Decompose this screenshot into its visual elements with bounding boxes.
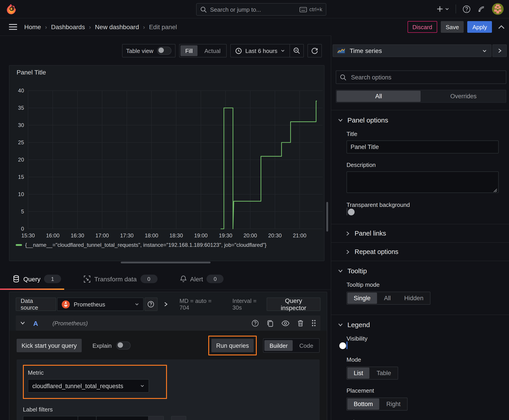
tab-transform-data[interactable]: Transform data 0 [77, 268, 164, 289]
tab-query[interactable]: Query 1 [0, 268, 67, 289]
svg-text:5: 5 [21, 209, 24, 215]
visibility-label: Visibility [347, 335, 509, 342]
toggle-viz-picker-button[interactable] [492, 45, 507, 57]
legend-visibility-toggle[interactable] [347, 341, 347, 349]
delete-query-icon[interactable] [297, 320, 304, 327]
tab-overrides[interactable]: Overrides [421, 91, 505, 102]
keyboard-icon [299, 7, 307, 12]
values-label: Values [347, 419, 509, 420]
kick-start-button[interactable]: Kick start your query [17, 339, 82, 352]
query-ref-id[interactable]: A [33, 319, 38, 327]
tooltip-mode-label: Tooltip mode [347, 281, 509, 288]
select-label-dropdown[interactable]: Select label [23, 416, 78, 420]
query-datasource-name: (Prometheus) [53, 320, 88, 326]
grafana-logo-icon[interactable] [6, 4, 17, 14]
metric-annotation: Metric cloudflared_tunnel_total_requests [23, 365, 167, 399]
pane-resize-handle[interactable] [121, 262, 211, 263]
tooltip-single-option[interactable]: Single [347, 292, 377, 304]
zoom-out-button[interactable] [290, 45, 304, 57]
expand-chevron-icon[interactable] [164, 301, 168, 307]
menu-icon[interactable] [9, 24, 17, 30]
actual-option[interactable]: Actual [199, 45, 226, 56]
transparent-background-toggle[interactable] [347, 208, 347, 215]
description-textarea[interactable] [347, 171, 499, 193]
time-series-chart[interactable]: 051015202530354015:3016:0016:3017:0017:3… [9, 66, 324, 261]
remove-filter-button[interactable] [149, 416, 164, 420]
svg-text:17:00: 17:00 [95, 232, 109, 239]
help-icon[interactable] [462, 5, 471, 13]
placement-right-option[interactable]: Right [380, 398, 407, 410]
run-queries-button[interactable]: Run queries [211, 339, 254, 352]
svg-text:19:00: 19:00 [194, 232, 208, 239]
code-option[interactable]: Code [295, 340, 318, 351]
timeseries-viz-icon [337, 47, 346, 54]
legend-label: {__name__="cloudflared_tunnel_total_requ… [25, 242, 266, 248]
description-label: Description [347, 162, 509, 168]
visualization-picker[interactable]: Time series [333, 45, 492, 57]
options-search-input[interactable] [350, 73, 502, 81]
active-tab-underline [0, 289, 64, 290]
breadcrumb-separator: › [89, 23, 91, 30]
resize-corner-icon[interactable] [493, 188, 497, 193]
duplicate-query-icon[interactable] [267, 319, 274, 327]
tab-alert[interactable]: Alert 0 [174, 268, 230, 289]
breadcrumb-new-dashboard[interactable]: New dashboard [95, 23, 139, 30]
placement-bottom-option[interactable]: Bottom [347, 398, 379, 410]
mode-table-option[interactable]: Table [370, 368, 397, 379]
query-stats: MD = auto = 704 Interval = 30s [180, 298, 267, 311]
save-button[interactable]: Save [441, 21, 464, 33]
toggle-visibility-icon[interactable] [281, 320, 289, 326]
discard-button[interactable]: Discard [408, 21, 437, 33]
panel-links-section-header[interactable]: Panel links [331, 224, 509, 242]
user-avatar[interactable] [492, 3, 504, 15]
legend-placement-switcher: Bottom Right [347, 398, 408, 411]
chevron-down-icon [445, 7, 449, 11]
drag-handle-icon[interactable] [311, 320, 316, 327]
apply-button[interactable]: Apply [467, 21, 492, 33]
datasource-picker[interactable]: Prometheus [57, 298, 144, 311]
time-range-picker[interactable]: Last 6 hours [231, 47, 289, 54]
tooltip-all-option[interactable]: All [378, 292, 397, 304]
builder-option[interactable]: Builder [265, 340, 293, 351]
datasource-help-button[interactable] [144, 298, 158, 311]
tooltip-hidden-option[interactable]: Hidden [398, 292, 430, 304]
breadcrumb-separator: › [45, 23, 47, 30]
operator-dropdown[interactable]: = [78, 416, 96, 420]
legend-section-header[interactable]: Legend [331, 315, 509, 329]
panel-title-input[interactable] [347, 141, 499, 153]
new-dashboard-button[interactable] [436, 5, 449, 13]
legend-swatch [16, 244, 22, 246]
time-range-label: Last 6 hours [245, 47, 277, 54]
global-search-input[interactable]: Search or jump to... ctrl+k [196, 3, 326, 16]
tab-all[interactable]: All [337, 91, 421, 102]
select-value-dropdown[interactable]: Select value [96, 416, 149, 420]
query-row-header[interactable]: A (Prometheus) [16, 315, 320, 331]
collapse-up-icon[interactable] [498, 25, 504, 29]
table-view-toggle[interactable] [157, 47, 171, 55]
scrollbar-thumb[interactable] [326, 202, 328, 232]
screen: Search or jump to... ctrl+k [0, 0, 509, 420]
fill-option[interactable]: Fill [180, 45, 198, 56]
breadcrumb-dashboards[interactable]: Dashboards [51, 23, 85, 30]
refresh-group [307, 44, 322, 57]
panel-options-section-header[interactable]: Panel options [331, 110, 509, 124]
chevron-down-icon [338, 269, 343, 273]
query-inspector-button[interactable]: Query inspector [267, 298, 320, 311]
add-filter-button[interactable] [171, 416, 186, 420]
explain-toggle[interactable] [116, 341, 130, 350]
svg-text:40: 40 [18, 88, 24, 94]
repeat-options-section-header[interactable]: Repeat options [331, 243, 509, 261]
svg-text:19:30: 19:30 [219, 232, 232, 239]
breadcrumb-home[interactable]: Home [24, 23, 41, 30]
mode-list-option[interactable]: List [347, 368, 369, 379]
metric-select[interactable]: cloudflared_tunnel_total_requests [28, 379, 149, 393]
tooltip-section-header[interactable]: Tooltip [331, 261, 509, 275]
refresh-button[interactable] [308, 45, 321, 57]
keyboard-shortcut: ctrl+k [299, 6, 322, 13]
query-editor-panel: Data source Prometheus MD = auto = 704 [9, 292, 327, 420]
query-help-icon[interactable] [251, 319, 259, 327]
news-icon[interactable] [477, 5, 486, 13]
legend-item[interactable]: {__name__="cloudflared_tunnel_total_requ… [16, 242, 266, 248]
breadcrumb: Home › Dashboards › New dashboard › Edit… [24, 23, 177, 30]
options-search[interactable] [336, 70, 506, 84]
